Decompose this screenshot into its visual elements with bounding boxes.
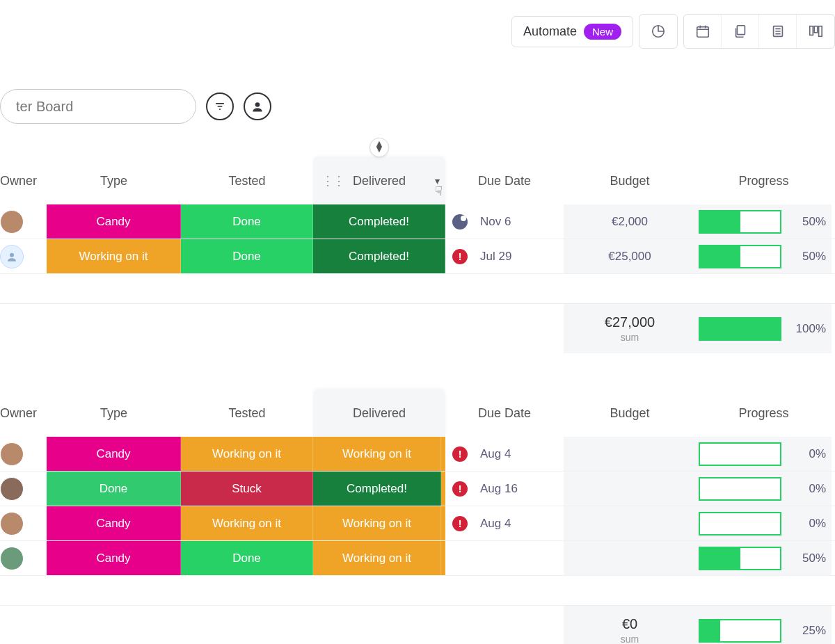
- progress-cell[interactable]: 50%: [696, 204, 832, 239]
- files-icon[interactable]: [722, 15, 759, 48]
- delivered-cell[interactable]: Completed!: [313, 239, 445, 273]
- col-owner[interactable]: Owner: [0, 157, 47, 204]
- tested-cell[interactable]: Working on it: [181, 437, 313, 471]
- list-icon[interactable]: [759, 15, 797, 48]
- budget-cell[interactable]: €2,000: [564, 204, 696, 239]
- col-type[interactable]: Type: [47, 389, 181, 437]
- avatar: [0, 512, 24, 536]
- col-type[interactable]: Type: [47, 157, 181, 204]
- type-cell[interactable]: Candy: [47, 437, 181, 471]
- progress-bar: [699, 245, 781, 268]
- col-due-date[interactable]: Due Date: [445, 389, 564, 437]
- col-due-date[interactable]: Due Date: [445, 157, 564, 204]
- delivered-cell[interactable]: Working on it: [313, 506, 445, 540]
- progress-bar: [699, 210, 781, 234]
- type-cell[interactable]: Done: [47, 472, 181, 506]
- type-cell[interactable]: Candy: [47, 204, 181, 239]
- new-badge: New: [584, 24, 621, 40]
- top-toolbar: Automate New: [511, 14, 835, 49]
- kanban-icon[interactable]: [797, 15, 834, 48]
- col-delivered[interactable]: Delivered: [313, 389, 445, 437]
- filter-row: [0, 89, 271, 124]
- warning-icon: !: [452, 516, 468, 531]
- board-group-2: Owner Type Tested Delivered Due Date Bud…: [0, 389, 835, 644]
- warning-icon: !: [452, 446, 468, 462]
- svg-rect-1: [737, 26, 745, 35]
- col-tested[interactable]: Tested: [181, 389, 313, 437]
- due-date-cell[interactable]: ! Jul 29: [445, 239, 564, 273]
- type-cell[interactable]: Working on it: [47, 239, 181, 273]
- svg-rect-3: [810, 26, 813, 35]
- tested-cell[interactable]: Done: [181, 239, 313, 273]
- automate-button[interactable]: Automate New: [511, 16, 633, 47]
- col-progress[interactable]: Progress: [696, 389, 832, 437]
- delivered-cell[interactable]: Completed!: [313, 472, 445, 506]
- budget-sum-cell: €27,000 sum: [564, 304, 696, 353]
- owner-cell[interactable]: [0, 437, 47, 471]
- progress-cell[interactable]: 50%: [696, 239, 832, 273]
- sort-carets-icon[interactable]: ▲▼: [374, 140, 384, 152]
- tested-cell[interactable]: Done: [181, 204, 313, 239]
- table-row: Done Stuck Completed! ! Aug 16 0%: [0, 472, 835, 506]
- due-date-cell[interactable]: Nov 6: [445, 204, 564, 239]
- filter-board-input[interactable]: [0, 89, 196, 124]
- tested-cell[interactable]: Stuck: [181, 472, 313, 506]
- svg-point-6: [255, 102, 260, 107]
- tested-cell[interactable]: Done: [181, 541, 313, 575]
- col-tested[interactable]: Tested: [181, 157, 313, 204]
- filter-icon[interactable]: [206, 92, 234, 120]
- svg-point-7: [10, 252, 14, 257]
- budget-cell[interactable]: [564, 472, 696, 506]
- delivered-cell[interactable]: Completed!: [313, 204, 445, 239]
- owner-cell[interactable]: [0, 472, 47, 506]
- drag-handle-icon[interactable]: ⋮⋮: [321, 173, 344, 188]
- table-row: Candy Working on it Working on it ! Aug …: [0, 437, 835, 472]
- table-row: Candy Done Completed! Nov 6 €2,000 50%: [0, 204, 835, 239]
- owner-cell[interactable]: [0, 239, 47, 273]
- column-menu-icon[interactable]: ▾: [435, 175, 440, 186]
- pie-chart-icon[interactable]: [639, 15, 677, 48]
- delivered-cell[interactable]: Working on it: [313, 437, 445, 471]
- avatar: [0, 547, 24, 570]
- summary-row: €27,000 sum 100%: [0, 303, 835, 353]
- tested-cell[interactable]: Working on it: [181, 506, 313, 540]
- owner-cell[interactable]: [0, 204, 47, 239]
- progress-bar: [699, 512, 781, 536]
- progress-bar: [699, 547, 781, 570]
- progress-sum-cell: 100%: [696, 304, 832, 353]
- due-date-cell[interactable]: ! Aug 4: [445, 506, 564, 540]
- budget-cell[interactable]: [564, 541, 696, 575]
- col-budget[interactable]: Budget: [564, 157, 696, 204]
- table-row: Working on it Done Completed! ! Jul 29 €…: [0, 239, 835, 274]
- budget-cell[interactable]: €25,000: [564, 239, 696, 273]
- person-filter-icon[interactable]: [244, 92, 271, 120]
- delivered-cell[interactable]: Working on it: [313, 541, 445, 575]
- due-date-cell[interactable]: [445, 541, 564, 575]
- clock-icon: [452, 214, 468, 230]
- progress-bar: [699, 619, 781, 643]
- col-progress[interactable]: Progress: [696, 157, 832, 204]
- progress-cell[interactable]: 0%: [696, 437, 832, 471]
- col-owner[interactable]: Owner: [0, 389, 47, 437]
- due-date-cell[interactable]: ! Aug 4: [445, 437, 564, 471]
- view-icon-group-1: [639, 14, 678, 49]
- progress-cell[interactable]: 50%: [696, 541, 832, 575]
- col-budget[interactable]: Budget: [564, 389, 696, 437]
- table-row: Candy Done Working on it 50%: [0, 541, 835, 576]
- avatar-empty: [0, 245, 24, 268]
- budget-cell[interactable]: [564, 506, 696, 540]
- col-delivered[interactable]: ▲▼ ⋮⋮ Delivered ▾ ☟: [313, 157, 445, 204]
- type-cell[interactable]: Candy: [47, 506, 181, 540]
- view-icon-group-2: [683, 14, 835, 49]
- type-cell[interactable]: Candy: [47, 541, 181, 575]
- calendar-icon[interactable]: [684, 15, 722, 48]
- progress-cell[interactable]: 0%: [696, 506, 832, 540]
- header-row: Owner Type Tested ▲▼ ⋮⋮ Delivered ▾ ☟ Du…: [0, 157, 835, 204]
- summary-row: €0 sum 25%: [0, 605, 835, 644]
- progress-cell[interactable]: 0%: [696, 472, 832, 506]
- board-group-1: Owner Type Tested ▲▼ ⋮⋮ Delivered ▾ ☟ Du…: [0, 157, 835, 353]
- owner-cell[interactable]: [0, 506, 47, 540]
- owner-cell[interactable]: [0, 541, 47, 575]
- due-date-cell[interactable]: ! Aug 16: [445, 472, 564, 506]
- budget-cell[interactable]: [564, 437, 696, 471]
